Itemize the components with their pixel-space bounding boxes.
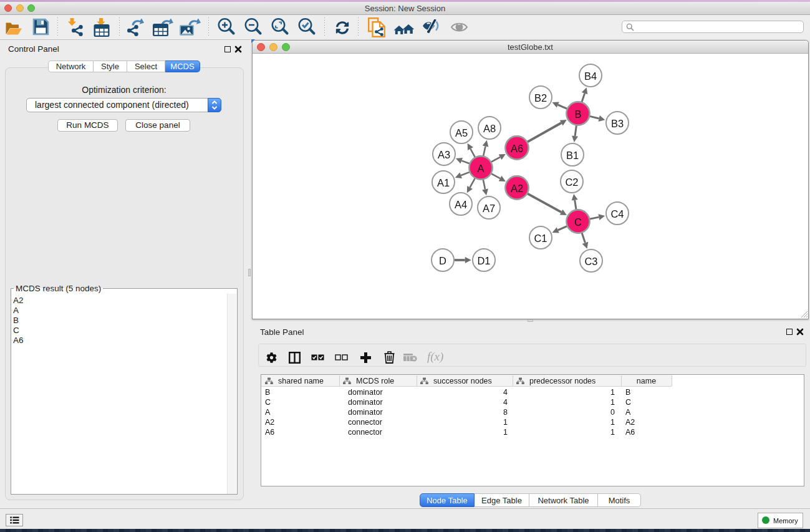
svg-text:B1: B1 — [566, 150, 579, 161]
svg-text:B4: B4 — [584, 70, 597, 82]
svg-text:A6: A6 — [511, 143, 523, 154]
svg-text:D1: D1 — [477, 255, 490, 266]
svg-text:C4: C4 — [610, 208, 624, 220]
svg-text:C2: C2 — [565, 177, 578, 188]
svg-text:A3: A3 — [438, 149, 450, 160]
svg-text:B2: B2 — [534, 92, 547, 104]
svg-text:A4: A4 — [455, 199, 467, 210]
svg-text:B3: B3 — [611, 118, 624, 129]
svg-text:A8: A8 — [483, 123, 496, 134]
svg-text:A2: A2 — [511, 183, 523, 194]
svg-text:A1: A1 — [437, 177, 450, 188]
svg-text:C1: C1 — [534, 233, 547, 244]
svg-text:D: D — [439, 255, 446, 266]
svg-text:A7: A7 — [483, 203, 495, 214]
svg-text:A5: A5 — [455, 127, 468, 138]
svg-text:B: B — [574, 109, 581, 120]
svg-text:A: A — [477, 163, 484, 174]
svg-text:C: C — [574, 216, 582, 228]
svg-text:C3: C3 — [584, 256, 597, 267]
